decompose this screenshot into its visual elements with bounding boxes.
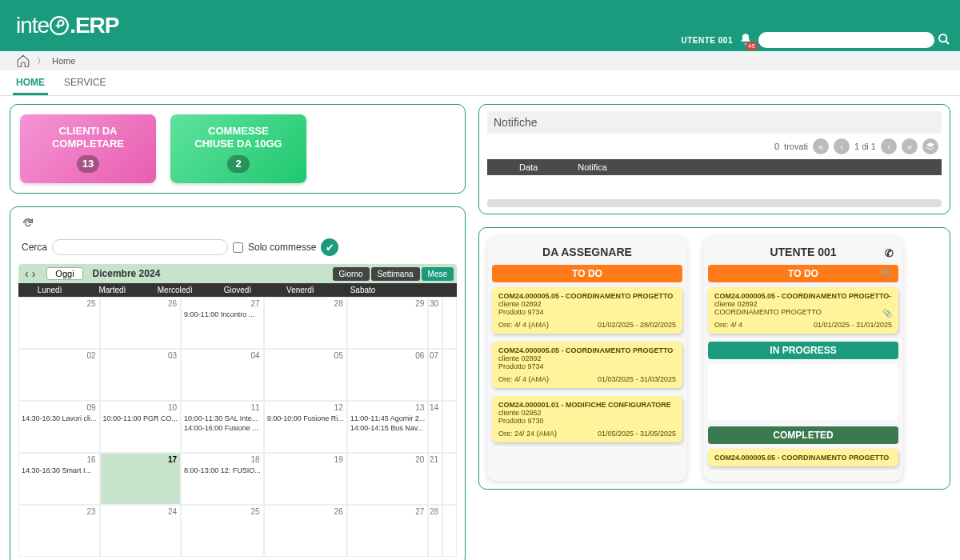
calendar-day[interactable]: 129:00-10:00 Fusione Ri...	[264, 401, 347, 453]
calendar-search-go[interactable]: ✔	[321, 238, 338, 256]
solo-commesse-label: Solo commesse	[248, 242, 316, 253]
cal-prev[interactable]: ‹	[23, 267, 30, 280]
calendar-event[interactable]: 9:00-11:00 Incontro ...	[184, 310, 261, 318]
layers-icon	[926, 142, 935, 151]
calendar-day[interactable]	[442, 297, 457, 349]
day-number: 10	[168, 403, 177, 412]
notif-title: Notifiche	[487, 111, 942, 134]
calendar-day[interactable]: 19	[264, 453, 347, 505]
phone-icon[interactable]: ✆	[885, 247, 894, 259]
calendar-day[interactable]: 02	[18, 349, 100, 401]
calendar-event[interactable]: 14:00-14:15 Bus Nav...	[350, 424, 426, 432]
calendar-day[interactable]	[442, 349, 457, 401]
kanban-card[interactable]: COM24.000005.05 - COORDINAMENTO PROGETTO…	[708, 287, 898, 334]
calendar-day[interactable]: 24	[100, 505, 182, 557]
view-month[interactable]: Mese	[422, 267, 454, 281]
calendar-day[interactable]: 279:00-11:00 Incontro ...	[181, 297, 264, 349]
kanban-card[interactable]: COM24.000001.01 - MODIFICHE CONFIGURATOR…	[492, 396, 682, 442]
calendar-day[interactable]: 27	[347, 505, 429, 557]
kanban-card[interactable]: COM24.000005.05 - COORDINAMENTO PROGETTO…	[492, 342, 682, 388]
cal-today-button[interactable]: Oggi	[46, 267, 82, 280]
calendar-day[interactable]: 21	[428, 453, 442, 505]
calendar-event[interactable]: 14:30-16:30 Smart I...	[22, 466, 97, 474]
home-icon[interactable]	[16, 54, 30, 68]
cart-icon[interactable]: 🛒	[881, 267, 892, 278]
dow-cell: Venerdì	[269, 283, 331, 297]
calendar-event[interactable]: 10:00-11:30 SAL Inte...	[184, 414, 261, 422]
calendar-event[interactable]: 8:00-13:00 12: FUSIO...	[184, 466, 261, 474]
calendar-day[interactable]: 26	[264, 505, 347, 557]
cal-next[interactable]: ›	[30, 267, 38, 280]
notif-scrollbar[interactable]	[487, 199, 942, 207]
calendar-day[interactable]: 0914:30-16:30 Lavori cli...	[18, 401, 100, 453]
calendar-day[interactable]	[442, 505, 457, 557]
calendar-event[interactable]: 10:00-11:00 PGR CO...	[103, 414, 178, 422]
pager-layers[interactable]	[922, 138, 938, 154]
calendar-event[interactable]: 11:00-11:45 Agomir 2...	[350, 414, 426, 422]
calendar-day[interactable]: 06	[347, 349, 429, 401]
calendar-day[interactable]: 1010:00-11:00 PGR CO...	[100, 401, 182, 453]
calendar-day[interactable]: 07	[428, 349, 442, 401]
calendar-day[interactable]: 1110:00-11:30 SAL Inte...14:00-16:00 Fus…	[181, 401, 264, 453]
calendar-day[interactable]: 05	[264, 349, 347, 401]
calendar-event[interactable]: 9:00-10:00 Fusione Ri...	[267, 414, 344, 422]
calendar-day[interactable]: 188:00-13:00 12: FUSIO...	[181, 453, 264, 505]
search-icon	[938, 33, 950, 46]
calendar-day[interactable]: 03	[100, 349, 182, 401]
calendar-event[interactable]: 14:00-16:00 Fusione ...	[184, 424, 261, 432]
card-commesse-chiuse[interactable]: COMMESSE CHIUSE DA 10GG 2	[170, 114, 306, 183]
global-search-button[interactable]	[938, 33, 950, 48]
day-number: 25	[86, 299, 95, 308]
calendar-day[interactable]: 25	[18, 297, 100, 349]
calendar-day[interactable]: 1614:30-16:30 Smart I...	[18, 453, 100, 505]
global-search-input[interactable]	[758, 32, 934, 48]
notif-badge: 45	[746, 42, 757, 50]
calendar-day[interactable]: 17	[100, 453, 182, 505]
kanban-card[interactable]: COM24.000005.05 - COORDINAMENTO PROGETTO…	[492, 287, 682, 334]
status-completed: COMPLETED	[708, 426, 898, 444]
col-data[interactable]: Data	[519, 162, 538, 172]
solo-commesse-checkbox[interactable]	[233, 242, 243, 253]
day-number: 03	[168, 351, 177, 360]
day-number: 24	[168, 507, 177, 516]
calendar-day[interactable]: 28	[264, 297, 347, 349]
calendar-day[interactable]: 28	[428, 505, 442, 557]
breadcrumb-sep: 〉	[37, 55, 46, 67]
calendar-day[interactable]: 26	[100, 297, 182, 349]
day-number: 09	[86, 403, 95, 412]
calendar-event[interactable]: 14:30-16:30 Lavori cli...	[22, 414, 97, 422]
view-day[interactable]: Giorno	[333, 267, 370, 281]
notif-found-count: 0	[774, 142, 779, 151]
kanban-col-title: DA ASSEGNARE	[492, 242, 682, 265]
breadcrumb-home[interactable]: Home	[52, 56, 75, 66]
pager-next[interactable]: ›	[881, 138, 897, 154]
calendar-day[interactable]: 25	[181, 505, 264, 557]
card-clienti-da-completare[interactable]: CLIENTI DA COMPLETARE 13	[20, 114, 156, 183]
calendar-day[interactable]: 04	[181, 349, 264, 401]
calendar-day[interactable]	[442, 401, 457, 453]
notifications-panel: Notifiche 0 trovati « ‹ 1 di 1 › » Data …	[478, 104, 950, 214]
pager-last[interactable]: »	[902, 138, 918, 154]
col-notifica[interactable]: Notifica	[578, 162, 607, 172]
day-number: 27	[251, 299, 260, 308]
calendar-day[interactable]: 23	[18, 505, 100, 557]
pager-first[interactable]: «	[813, 138, 829, 154]
calendar-day[interactable]: 29	[347, 297, 429, 349]
calendar-day[interactable]	[442, 453, 457, 505]
day-number: 17	[168, 455, 177, 464]
day-number: 28	[430, 507, 438, 516]
calendar-search-input[interactable]	[52, 239, 228, 255]
kanban-card[interactable]: COM24.000005.05 - COORDINAMENTO PROGETTO	[708, 449, 898, 466]
notifications-bell[interactable]: 45	[739, 33, 752, 48]
day-number: 11	[251, 403, 260, 412]
tab-service[interactable]: SERVICE	[61, 74, 109, 95]
refresh-icon[interactable]	[22, 217, 34, 230]
pager-prev[interactable]: ‹	[834, 138, 850, 154]
calendar-day[interactable]: 14	[428, 401, 442, 453]
calendar-day[interactable]: 1311:00-11:45 Agomir 2...14:00-14:15 Bus…	[347, 401, 429, 453]
tab-home[interactable]: HOME	[13, 74, 48, 95]
kanban-empty-zone[interactable]	[708, 364, 898, 420]
calendar-day[interactable]: 30	[428, 297, 442, 349]
calendar-day[interactable]: 20	[347, 453, 429, 505]
view-week[interactable]: Settimana	[371, 267, 420, 281]
